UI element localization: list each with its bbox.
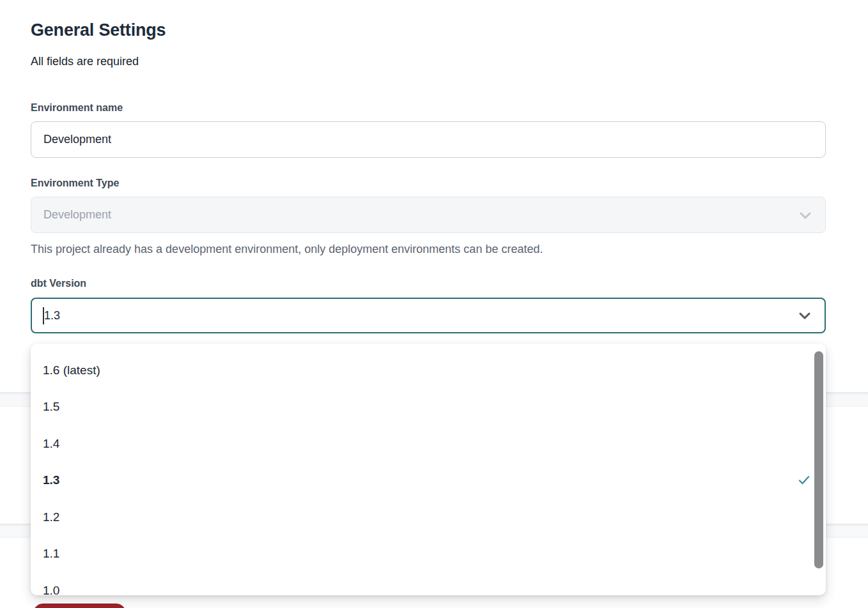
page-title: General Settings xyxy=(31,19,166,41)
option-label: 1.6 (latest) xyxy=(43,363,100,377)
dropdown-option[interactable]: 1.0 xyxy=(31,572,826,595)
option-label: 1.0 xyxy=(43,584,59,595)
settings-page: General Settings All fields are required… xyxy=(0,0,868,608)
environment-name-label: Environment name xyxy=(31,102,123,114)
option-label: 1.2 xyxy=(43,510,59,524)
chevron-down-icon xyxy=(797,207,814,224)
check-icon xyxy=(798,474,810,487)
environment-type-label: Environment Type xyxy=(31,177,119,190)
option-label: 1.1 xyxy=(43,547,59,561)
option-label: 1.4 xyxy=(43,437,59,451)
dbt-version-value: 1.3 xyxy=(44,309,60,323)
dropdown-option[interactable]: 1.6 (latest) xyxy=(31,352,826,389)
environment-name-input[interactable] xyxy=(31,121,826,158)
text-cursor xyxy=(43,307,44,324)
dropdown-option[interactable]: 1.2 xyxy=(31,499,826,536)
dbt-version-label: dbt Version xyxy=(31,277,86,290)
delete-environment-button[interactable] xyxy=(33,604,126,608)
dbt-version-combobox[interactable]: 1.3 xyxy=(31,298,826,333)
environment-type-helper: This project already has a development e… xyxy=(31,241,543,257)
dropdown-option-selected[interactable]: 1.3 xyxy=(31,462,826,499)
option-label: 1.3 xyxy=(43,473,59,487)
page-subtitle: All fields are required xyxy=(31,54,139,70)
dropdown-scrollbar[interactable] xyxy=(814,351,823,568)
environment-type-value: Development xyxy=(43,208,111,222)
dropdown-option[interactable]: 1.5 xyxy=(31,389,826,426)
dbt-version-dropdown: 1.6 (latest) 1.5 1.4 1.3 1.2 1.1 1.0 xyxy=(31,344,826,595)
dropdown-option[interactable]: 1.4 xyxy=(31,425,826,462)
option-label: 1.5 xyxy=(43,400,59,414)
environment-type-select: Development xyxy=(31,197,826,233)
chevron-down-icon[interactable] xyxy=(796,307,813,324)
dropdown-option[interactable]: 1.1 xyxy=(31,536,826,573)
